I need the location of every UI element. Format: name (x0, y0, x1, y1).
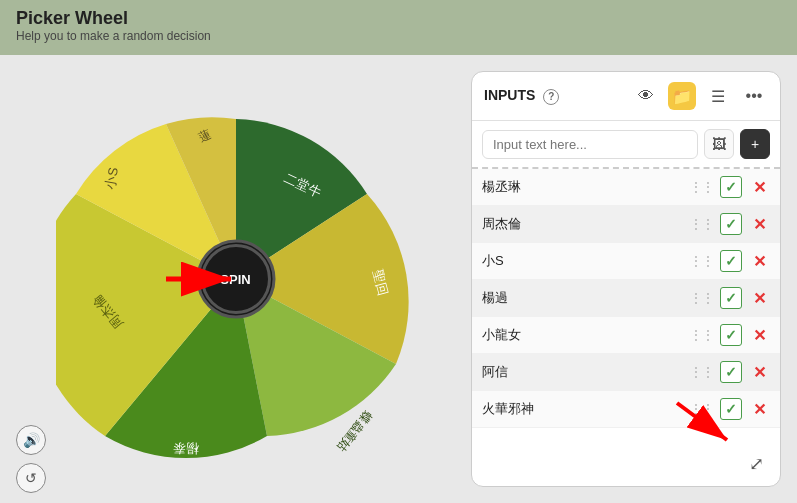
list-item: 楊過 ⋮⋮ ✓ ✕ (472, 280, 780, 317)
input-panel: INPUTS ? 👁 📁 ☰ ••• 🖼 + 楊丞琳 ⋮⋮ ✓ ✕ 周杰倫 ⋮⋮ (471, 71, 781, 487)
info-icon[interactable]: ? (543, 89, 559, 105)
item-delete-button[interactable]: ✕ (748, 361, 770, 383)
drag-handle[interactable]: ⋮⋮ (690, 291, 714, 305)
drag-handle[interactable]: ⋮⋮ (690, 365, 714, 379)
item-delete-button[interactable]: ✕ (748, 213, 770, 235)
check-mark-icon: ✓ (725, 216, 737, 232)
app-subtitle: Help you to make a random decision (16, 29, 781, 43)
image-input-button[interactable]: 🖼 (704, 129, 734, 159)
item-delete-button[interactable]: ✕ (748, 324, 770, 346)
check-mark-icon: ✓ (725, 327, 737, 343)
check-mark-icon: ✓ (725, 290, 737, 306)
item-check-button[interactable]: ✓ (720, 361, 742, 383)
more-icon-button[interactable]: ••• (740, 82, 768, 110)
sound-icon-button[interactable]: 🔊 (16, 425, 46, 455)
folder-icon-button[interactable]: 📁 (668, 82, 696, 110)
item-label: 阿信 (482, 363, 684, 381)
item-check-button[interactable]: ✓ (720, 324, 742, 346)
list-icon-button[interactable]: ☰ (704, 82, 732, 110)
panel-header: INPUTS ? 👁 📁 ☰ ••• (472, 72, 780, 121)
item-delete-button[interactable]: ✕ (748, 398, 770, 420)
drag-handle[interactable]: ⋮⋮ (690, 180, 714, 194)
item-delete-button[interactable]: ✕ (748, 287, 770, 309)
history-icon-button[interactable]: ↺ (16, 463, 46, 493)
check-mark-icon: ✓ (725, 253, 737, 269)
spin-arrow (166, 259, 246, 305)
list-item: 楊丞琳 ⋮⋮ ✓ ✕ (472, 169, 780, 206)
list-item: 小龍女 ⋮⋮ ✓ ✕ (472, 317, 780, 354)
item-label: 楊丞琳 (482, 178, 684, 196)
eye-icon-button[interactable]: 👁 (632, 82, 660, 110)
panel-title: INPUTS ? (484, 87, 624, 104)
app-title: Picker Wheel (16, 8, 781, 29)
drag-handle[interactable]: ⋮⋮ (690, 217, 714, 231)
item-label: 小龍女 (482, 326, 684, 344)
wheel-container: 二堂牛 聖回 蝶蟲童姑 楊泰 周杰倫 小S 蓮 (56, 99, 416, 459)
item-delete-button[interactable]: ✕ (748, 176, 770, 198)
svg-line-11 (677, 403, 727, 440)
expand-arrow-indicator (672, 398, 742, 456)
item-label: 火華邪神 (482, 400, 684, 418)
list-item: 小S ⋮⋮ ✓ ✕ (472, 243, 780, 280)
item-label: 小S (482, 252, 684, 270)
item-check-button[interactable]: ✓ (720, 287, 742, 309)
app-header: Picker Wheel Help you to make a random d… (0, 0, 797, 55)
item-label: 楊過 (482, 289, 684, 307)
list-item: 周杰倫 ⋮⋮ ✓ ✕ (472, 206, 780, 243)
list-item: 阿信 ⋮⋮ ✓ ✕ (472, 354, 780, 391)
drag-handle[interactable]: ⋮⋮ (690, 328, 714, 342)
check-mark-icon: ✓ (725, 179, 737, 195)
item-check-button[interactable]: ✓ (720, 176, 742, 198)
wheel-area: 二堂牛 聖回 蝶蟲童姑 楊泰 周杰倫 小S 蓮 (0, 55, 471, 503)
item-check-button[interactable]: ✓ (720, 250, 742, 272)
main-content: 二堂牛 聖回 蝶蟲童姑 楊泰 周杰倫 小S 蓮 (0, 55, 797, 503)
input-row: 🖼 + (472, 121, 780, 169)
add-item-button[interactable]: + (740, 129, 770, 159)
drag-handle[interactable]: ⋮⋮ (690, 254, 714, 268)
expand-button[interactable]: ⤢ (742, 450, 770, 478)
item-label: 周杰倫 (482, 215, 684, 233)
item-check-button[interactable]: ✓ (720, 213, 742, 235)
item-delete-button[interactable]: ✕ (748, 250, 770, 272)
text-input[interactable] (482, 130, 698, 159)
svg-text:楊泰: 楊泰 (173, 441, 199, 456)
bottom-icons-container: 🔊 ↺ (16, 425, 46, 493)
check-mark-icon: ✓ (725, 364, 737, 380)
